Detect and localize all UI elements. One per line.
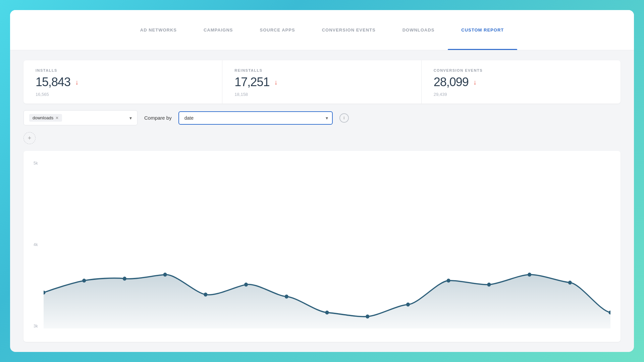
conversion-events-trend-icon: ↓ [473, 79, 477, 85]
chart-point [406, 303, 410, 307]
chart-y-label-4k: 4k [34, 242, 38, 247]
add-metric-row: + [23, 132, 621, 144]
chart-point [204, 293, 207, 297]
chart-y-label-5k: 5k [34, 161, 38, 166]
chart-point [325, 310, 329, 314]
compare-input-wrap: ▾ [178, 111, 333, 125]
installs-label: INSTALLS [36, 68, 210, 72]
controls-row: downloads ✕ ▾ Compare by ▾ i [23, 110, 621, 125]
reinstalls-label: REINSTALLS [234, 68, 409, 72]
chart-point [244, 283, 248, 287]
chart-y-labels: 5k 4k 3k [34, 161, 38, 328]
conversion-events-value: 28,099 [434, 75, 469, 89]
tab-campaigns[interactable]: CAMPAIGNS [190, 10, 246, 50]
chart-point [447, 279, 450, 283]
conversion-events-value-row: 28,099 ↓ [434, 75, 608, 89]
stat-reinstalls: REINSTALLS 17,251 ↓ 18,158 [222, 60, 421, 104]
chart-svg-wrap [44, 161, 610, 328]
tab-ad-networks[interactable]: AD NETWORKS [127, 10, 190, 50]
tab-downloads[interactable]: DOWNLOADS [389, 10, 448, 50]
chart-point [82, 279, 86, 283]
chart-y-label-3k: 3k [34, 324, 38, 328]
reinstalls-value: 17,251 [234, 75, 269, 89]
reinstalls-trend-icon: ↓ [274, 79, 277, 85]
nav-tabs: AD NETWORKS CAMPAIGNS SOURCE APPS CONVER… [127, 10, 517, 50]
reinstalls-value-row: 17,251 ↓ [234, 75, 409, 89]
conversion-events-label: CONVERSION EVENTS [434, 68, 608, 72]
stats-row: INSTALLS 15,843 ↓ 16,565 REINSTALLS 17,2… [23, 60, 621, 104]
app-window: AD NETWORKS CAMPAIGNS SOURCE APPS CONVER… [10, 10, 634, 352]
compare-by-label: Compare by [144, 115, 172, 121]
chart-point [528, 273, 531, 277]
main-content: INSTALLS 15,843 ↓ 16,565 REINSTALLS 17,2… [10, 50, 634, 352]
installs-previous: 16,565 [36, 92, 210, 97]
conversion-events-previous: 29,439 [434, 92, 608, 97]
installs-trend-icon: ↓ [75, 79, 78, 85]
tab-custom-report[interactable]: CUSTOM REPORT [448, 10, 517, 50]
remove-metric-button[interactable]: ✕ [55, 116, 59, 120]
tab-conversion-events[interactable]: CONVERSION EVENTS [309, 10, 389, 50]
metric-tag: downloads ✕ [29, 114, 62, 122]
nav-bar: AD NETWORKS CAMPAIGNS SOURCE APPS CONVER… [10, 10, 634, 50]
installs-value-row: 15,843 ↓ [36, 75, 210, 89]
chart-area: 5k 4k 3k [23, 151, 621, 342]
reinstalls-previous: 18,158 [234, 92, 409, 97]
chart-point [366, 314, 369, 318]
chart-point [285, 295, 288, 299]
chart-point [163, 273, 167, 277]
metric-selector-chevron-icon: ▾ [129, 115, 132, 121]
chart-svg [44, 161, 610, 328]
chart-point [487, 283, 491, 287]
stat-conversion-events: CONVERSION EVENTS 28,099 ↓ 29,439 [422, 60, 621, 104]
chart-point [568, 281, 572, 285]
stat-installs: INSTALLS 15,843 ↓ 16,565 [23, 60, 222, 104]
compare-by-input[interactable] [178, 111, 333, 125]
chart-area-fill [44, 275, 610, 328]
info-icon[interactable]: i [339, 113, 349, 123]
tab-source-apps[interactable]: SOURCE APPS [246, 10, 308, 50]
add-metric-button[interactable]: + [23, 132, 36, 144]
metric-selector[interactable]: downloads ✕ ▾ [23, 110, 138, 125]
installs-value: 15,843 [36, 75, 70, 89]
chart-point [123, 277, 126, 281]
